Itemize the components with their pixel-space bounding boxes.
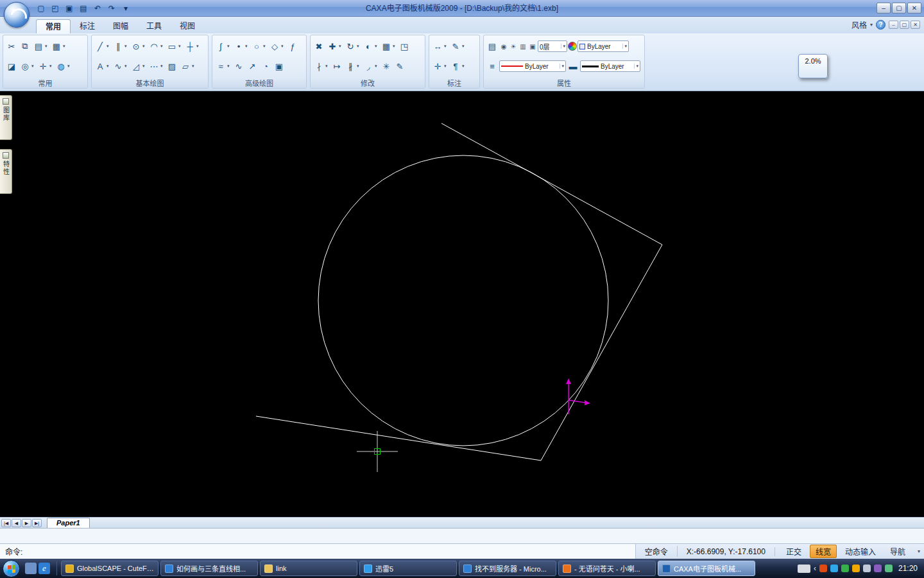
side-tab-properties[interactable]: 特性 [0, 149, 12, 194]
open-file-icon[interactable]: ◰ [49, 2, 62, 14]
dimension-icon[interactable]: ↔▾ [431, 38, 449, 55]
text-icon[interactable]: A▾ [94, 58, 111, 74]
array-icon[interactable]: ▦▾ [380, 38, 397, 55]
divide-icon[interactable]: ⋯▾ [148, 58, 165, 74]
lineweight-icon[interactable]: ▬ [567, 58, 579, 74]
insert-chart-icon[interactable]: ▦▾ [50, 38, 67, 55]
tab-view[interactable]: 视图 [171, 19, 204, 33]
task-thunder[interactable]: 迅雷5 [359, 561, 457, 576]
prev-sheet-icon[interactable]: ◀ [12, 519, 21, 527]
mirror-icon[interactable]: ◐▾ [362, 38, 379, 55]
centerline-icon[interactable]: ┼▾ [184, 38, 201, 55]
task-link-folder[interactable]: link [260, 561, 357, 576]
input-method-icon[interactable] [798, 565, 810, 573]
security-icon[interactable] [841, 565, 849, 572]
next-sheet-icon[interactable]: ▶ [22, 519, 31, 527]
last-sheet-icon[interactable]: ▶| [32, 519, 42, 527]
app-button[interactable] [4, 2, 30, 28]
paste-icon[interactable]: ▤▾ [32, 38, 49, 55]
layer-visible-icon[interactable]: ◉ [499, 42, 508, 51]
layer-settings-icon[interactable]: ▤ [486, 38, 499, 55]
rotate-icon[interactable]: ↻▾ [344, 38, 361, 55]
toggle-dynamic-input[interactable]: 动态输入 [839, 545, 882, 558]
antivirus-icon[interactable] [819, 565, 827, 572]
qq-icon[interactable] [830, 565, 838, 572]
format-painter-icon[interactable]: ◪ [5, 58, 18, 74]
color-combo[interactable]: ByLayer▾ [578, 40, 629, 52]
style-menu[interactable]: 风格 [851, 19, 867, 30]
polygon-icon[interactable]: ◇▾ [268, 38, 286, 55]
undo-icon[interactable]: ↶ [91, 2, 104, 14]
ellipse-icon[interactable]: ○▾ [250, 38, 268, 55]
arc-icon[interactable]: ◠▾ [148, 38, 165, 55]
sheet-tab-paper1[interactable]: Paper1 [47, 518, 90, 528]
close-button[interactable]: ✕ [907, 3, 921, 13]
first-sheet-icon[interactable]: |◀ [1, 519, 11, 527]
command-input[interactable]: 命令: [0, 544, 636, 559]
line-icon[interactable]: ╱▾ [94, 38, 111, 55]
color-settings-icon[interactable]: ◍▾ [55, 58, 72, 74]
toggle-ortho[interactable]: 正交 [780, 545, 807, 558]
dropdown-caret-icon[interactable]: ▾ [622, 44, 627, 49]
task-cuteftp[interactable]: GlobalSCAPE - CuteFT... [61, 561, 158, 576]
ribbon-restore-button[interactable]: ▢ [900, 21, 909, 29]
zigzag-line-icon[interactable]: ∿ [232, 58, 245, 74]
ribbon-minimize-button[interactable]: – [889, 21, 898, 29]
layer-print-icon[interactable]: ▥ [518, 42, 527, 51]
formula-curve-icon[interactable]: ƒ [286, 38, 299, 55]
battery-icon[interactable] [885, 565, 893, 572]
new-file-icon[interactable]: ▢ [35, 2, 47, 14]
tab-common[interactable]: 常用 [36, 19, 71, 33]
lineweight-combo[interactable]: ByLayer▾ [580, 60, 640, 72]
side-tab-library[interactable]: 图库 [0, 95, 12, 140]
task-ie-question[interactable]: 如何画与三条直线相... [160, 561, 258, 576]
break-icon[interactable]: ∦▾ [344, 58, 361, 74]
parallel-line-icon[interactable]: ∥▾ [112, 38, 129, 55]
point-icon[interactable]: •▾ [232, 38, 250, 55]
cut-icon[interactable]: ✂ [5, 38, 18, 55]
dropdown-caret-icon[interactable]: ▾ [561, 44, 565, 49]
dropdown-caret-icon[interactable]: ▾ [634, 64, 638, 69]
coordinate-dimension-icon[interactable]: ✛▾ [431, 58, 449, 74]
volume-icon[interactable] [863, 565, 871, 572]
minimize-button[interactable]: – [877, 3, 891, 13]
show-desktop-icon[interactable] [25, 563, 37, 574]
layer-freeze-icon[interactable]: ☀ [509, 42, 518, 51]
hatch-icon[interactable]: ▨ [166, 58, 178, 74]
save-icon[interactable]: ▣ [63, 2, 76, 14]
ole-object-icon[interactable]: ▣ [273, 58, 286, 74]
explode-icon[interactable]: ✳ [380, 58, 393, 74]
polyline-icon[interactable]: ∫▾ [214, 38, 232, 55]
dropdown-caret-icon[interactable]: ▾ [560, 64, 564, 69]
trim-icon[interactable]: ∤▾ [312, 58, 330, 74]
text-annotation-icon[interactable]: ¶▾ [449, 58, 466, 74]
local-detail-icon[interactable]: ◔ [259, 58, 272, 74]
internet-explorer-icon[interactable]: e [38, 563, 50, 574]
toggle-navigation[interactable]: 导航 [884, 545, 911, 558]
tab-tools[interactable]: 工具 [137, 19, 171, 33]
download-manager-icon[interactable] [852, 565, 860, 572]
start-button[interactable] [3, 560, 20, 577]
print-icon[interactable]: ▤ [77, 2, 90, 14]
linetype-combo[interactable]: ByLayer▾ [499, 60, 566, 72]
layer-combo[interactable]: 0层▾ [538, 40, 567, 52]
block-icon[interactable]: ▱▾ [179, 58, 196, 74]
network-icon[interactable] [874, 565, 882, 572]
match-properties-icon[interactable]: ✎ [393, 58, 406, 74]
erase-icon[interactable]: ✖ [312, 38, 325, 55]
chamfer-icon[interactable]: ◿▾ [130, 58, 147, 74]
toolbar-options-icon[interactable]: ▾ [119, 2, 132, 14]
tab-dimension[interactable]: 标注 [71, 19, 104, 33]
tray-collapse-icon[interactable]: ‹ [814, 564, 816, 573]
drawing-canvas[interactable]: 图库特性 [0, 91, 924, 517]
help-icon[interactable]: ? [876, 20, 886, 30]
copy-icon[interactable]: ⧉ [19, 38, 31, 55]
command-history[interactable] [0, 528, 924, 543]
pick-filter-icon[interactable]: ✛▾ [37, 58, 54, 74]
linetype-icon[interactable]: ≡ [486, 58, 499, 74]
wave-line-icon[interactable]: ≈▾ [214, 58, 232, 74]
task-caxa[interactable]: CAXA电子图板机械... [658, 561, 755, 576]
dimension-style-icon[interactable]: ✎▾ [449, 38, 466, 55]
scale-icon[interactable]: ◳ [398, 38, 411, 55]
task-ie-error[interactable]: 找不到服务器 - Micro... [459, 561, 556, 576]
